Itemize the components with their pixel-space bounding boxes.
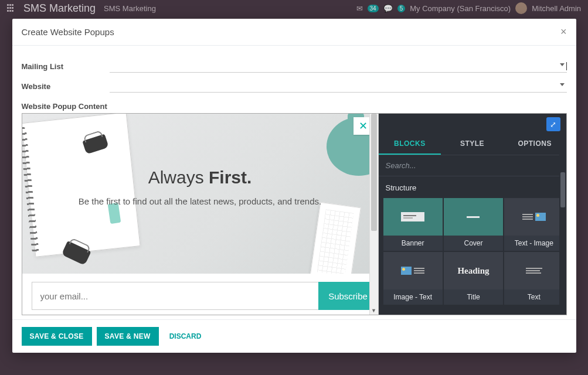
block-cover[interactable]: Cover [444,198,503,251]
modal-body: Mailing List Website Website Popup Conte… [12,46,576,319]
subscribe-row: Subscribe [32,282,378,310]
mailing-list-input[interactable] [110,62,566,70]
block-image-text[interactable]: Image - Text [383,252,443,305]
preview-scrollbar[interactable]: ▼ [369,114,378,315]
discard-button[interactable]: DISCARD [164,327,208,346]
modal-title: Create Website Popups [22,27,114,37]
expand-icon[interactable]: ⤢ [546,117,560,131]
hero-title[interactable]: Always First. [22,168,378,188]
chevron-down-icon [560,83,565,86]
block-banner[interactable]: Banner [383,198,443,251]
website-label: Website [22,82,110,91]
chevron-down-icon [560,63,565,66]
block-text-image[interactable]: Text - Image [504,198,563,251]
tab-options[interactable]: OPTIONS [504,134,566,155]
tab-style[interactable]: STYLE [441,134,504,155]
sidebar-tabs: BLOCKS STYLE OPTIONS [379,134,566,155]
hero-block[interactable]: ✕ Always First. Be the first to find out… [22,114,378,274]
editor-preview[interactable]: ✕ Always First. Be the first to find out… [22,114,379,315]
content-section-label: Website Popup Content [22,102,567,111]
modal: Create Website Popups × Mailing List Web… [12,19,576,353]
close-icon[interactable]: × [560,26,567,38]
email-field[interactable] [32,282,318,310]
modal-header: Create Website Popups × [12,19,576,46]
modal-overlay: Create Website Popups × Mailing List Web… [0,0,588,375]
save-new-button[interactable]: SAVE & NEW [97,327,159,346]
modal-footer: SAVE & CLOSE SAVE & NEW DISCARD [12,319,576,353]
popup-editor: ✕ Always First. Be the first to find out… [22,113,567,315]
tab-blocks[interactable]: BLOCKS [379,134,441,155]
block-text[interactable]: Text [504,252,563,305]
sidebar-scrollbar[interactable] [559,151,566,315]
editor-sidebar: ⤢ BLOCKS STYLE OPTIONS Search... Structu… [379,114,566,315]
block-title[interactable]: Heading Title [444,252,503,305]
structure-heading: Structure [379,176,566,198]
website-select[interactable] [110,80,567,93]
mailing-list-select[interactable] [110,60,567,73]
block-search-input[interactable]: Search... [379,155,566,176]
website-input[interactable] [110,81,567,90]
hero-subtitle[interactable]: Be the first to find out all the latest … [22,195,378,208]
mailing-list-label: Mailing List [22,62,110,71]
save-close-button[interactable]: SAVE & CLOSE [22,327,92,346]
